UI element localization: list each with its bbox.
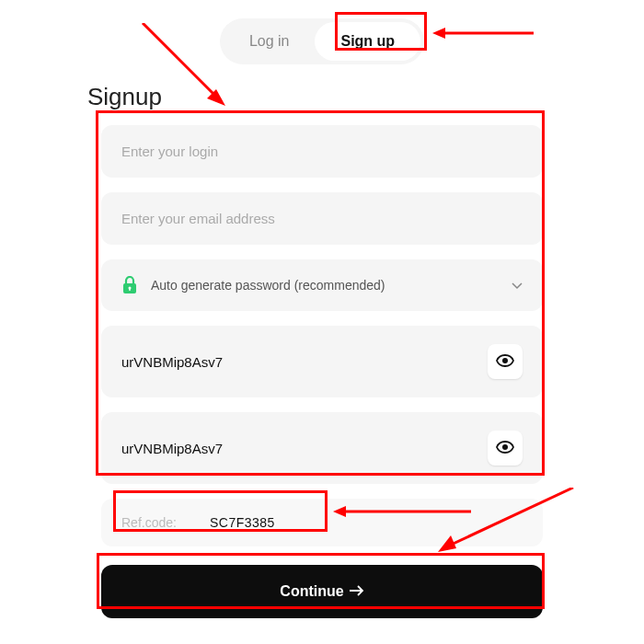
login-input[interactable]: Enter your login: [101, 125, 543, 178]
chevron-down-icon: [512, 277, 523, 293]
refcode-value: SC7F3385: [210, 515, 275, 530]
email-input[interactable]: Enter your email address: [101, 192, 543, 245]
page-title: Signup: [87, 83, 626, 111]
toggle-password-visibility[interactable]: [488, 344, 523, 379]
auth-tabs: Log in Sign up: [220, 18, 424, 64]
refcode-label: Ref.code:: [121, 515, 177, 530]
password-mode-label: Auto generate password (recommended): [151, 278, 385, 293]
continue-label: Continue: [280, 583, 343, 600]
continue-button[interactable]: Continue: [101, 565, 543, 618]
lock-icon: [121, 276, 138, 294]
svg-point-3: [502, 358, 508, 363]
confirm-password-value: urVNBMip8Asv7: [121, 441, 223, 456]
password-value: urVNBMip8Asv7: [121, 354, 223, 370]
tab-login[interactable]: Log in: [224, 22, 316, 61]
signup-form: Enter your login Enter your email addres…: [101, 125, 543, 618]
arrow-right-icon: [350, 583, 364, 600]
password-mode-dropdown[interactable]: Auto generate password (recommended): [101, 259, 543, 311]
tab-signup[interactable]: Sign up: [315, 22, 420, 61]
eye-icon: [496, 354, 514, 370]
eye-icon: [496, 441, 514, 456]
svg-rect-2: [129, 288, 130, 291]
svg-point-4: [502, 444, 508, 450]
toggle-confirm-password-visibility[interactable]: [488, 431, 523, 466]
password-input[interactable]: urVNBMip8Asv7: [101, 326, 543, 397]
confirm-password-input[interactable]: urVNBMip8Asv7: [101, 412, 543, 484]
refcode-field[interactable]: Ref.code: SC7F3385: [101, 499, 543, 546]
